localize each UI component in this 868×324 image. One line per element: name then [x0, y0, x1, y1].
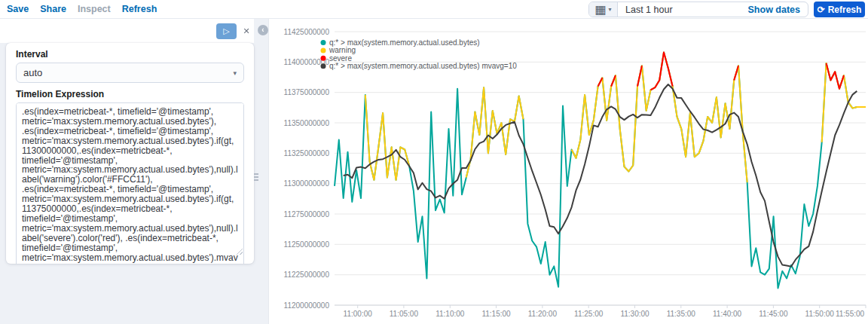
save-button[interactable]: Save — [7, 4, 29, 14]
time-range-label[interactable]: Last 1 hour — [625, 5, 673, 15]
legend-label: q:* > max(system.memory.actual.used.byte… — [329, 62, 517, 70]
refresh-button-label: Refresh — [828, 5, 862, 15]
panel-resize-grip[interactable] — [254, 170, 260, 184]
series-severe — [637, 66, 642, 86]
y-axis-tick-label: 11275000000 — [284, 210, 330, 219]
series-raw — [335, 52, 866, 288]
share-button[interactable]: Share — [40, 4, 66, 14]
close-editor-button[interactable]: ✕ — [240, 25, 252, 37]
timelion-expression-panel: Interval auto ▾ Timelion Expression .es(… — [6, 43, 254, 264]
series-severe — [734, 66, 738, 80]
y-axis-tick-label: 11200000000 — [284, 301, 330, 310]
legend-label: q:* > max(system.memory.actual.used.byte… — [329, 38, 480, 47]
y-axis-tick-label: 11375000000 — [284, 88, 330, 96]
series-warning — [466, 87, 524, 177]
series-severe — [611, 75, 616, 87]
legend-item[interactable]: q:* > max(system.memory.actual.used.byte… — [321, 62, 518, 70]
chevron-down-icon: ▾ — [233, 69, 237, 77]
legend-item[interactable]: q:* > max(system.memory.actual.used.byte… — [321, 38, 480, 47]
legend-swatch — [321, 40, 326, 45]
legend-label: severe — [329, 54, 352, 63]
time-range-picker[interactable]: ▦ ▾ Last 1 hour Show dates — [588, 2, 808, 17]
x-axis-tick-label: 11:10:00 — [436, 310, 465, 318]
expression-label: Timelion Expression — [16, 89, 244, 99]
close-icon: ✕ — [243, 26, 249, 36]
series-warning — [572, 52, 747, 182]
legend-swatch — [321, 56, 326, 61]
interval-select[interactable]: auto ▾ — [16, 63, 244, 83]
series-severe — [598, 78, 603, 86]
chevron-down-icon: ▾ — [609, 6, 612, 13]
play-icon: ▷ — [223, 26, 229, 36]
x-axis-tick-label: 11:40:00 — [713, 310, 742, 318]
x-axis-tick-label: 11:45:00 — [759, 310, 788, 318]
series-warning — [365, 95, 409, 180]
series-severe — [827, 63, 844, 89]
x-axis-tick-label: 11:50:00 — [805, 310, 835, 318]
x-axis-tick-label: 11:35:00 — [667, 310, 696, 318]
refresh-button[interactable]: ⟳ Refresh — [814, 2, 865, 17]
y-axis-tick-label: 11300000000 — [284, 179, 330, 188]
refresh-icon: ⟳ — [818, 5, 825, 14]
series-warning — [822, 63, 866, 142]
x-axis-tick-label: 11:15:00 — [481, 310, 511, 318]
legend-item[interactable]: warning — [321, 46, 356, 54]
collapse-panel-button[interactable]: ‹ — [258, 25, 268, 35]
y-axis-tick-label: 11425000000 — [284, 28, 330, 36]
play-button[interactable]: ▷ — [216, 23, 237, 39]
legend-label: warning — [329, 46, 356, 54]
x-axis-tick-label: 11:25:00 — [574, 310, 604, 318]
legend-swatch — [321, 47, 326, 53]
inspect-button[interactable]: Inspect — [78, 4, 111, 14]
x-axis-tick-label: 11:05:00 — [390, 310, 419, 318]
interval-value: auto — [23, 67, 42, 78]
legend-swatch — [321, 63, 326, 69]
x-axis-tick-label: 11:55:00 — [836, 310, 865, 318]
quick-select-menu-button[interactable]: ▦ ▾ — [589, 2, 618, 17]
show-dates-button[interactable]: Show dates — [748, 5, 800, 15]
timelion-chart[interactable]: 1142500000011400000000113750000001135000… — [269, 19, 868, 324]
y-axis-tick-label: 11325000000 — [284, 149, 330, 157]
series-severe — [651, 52, 673, 90]
y-axis-tick-label: 11350000000 — [284, 119, 330, 127]
x-axis-tick-label: 11:00:00 — [344, 310, 373, 318]
timelion-expression-input[interactable]: .es(index=metricbeat-*, timefield='@time… — [16, 102, 244, 264]
x-axis-tick-label: 11:20:00 — [528, 310, 558, 318]
series-mvavg — [344, 84, 857, 267]
refresh-link[interactable]: Refresh — [122, 4, 157, 14]
top-nav: Save Share Inspect Refresh ▦ ▾ Last 1 ho… — [0, 0, 868, 19]
calendar-icon: ▦ — [594, 2, 606, 17]
chart-panel: 1142500000011400000000113750000001135000… — [268, 19, 868, 324]
y-axis-tick-label: 11250000000 — [284, 240, 330, 249]
y-axis-tick-label: 11225000000 — [284, 271, 330, 279]
x-axis-tick-label: 11:30:00 — [620, 310, 649, 318]
interval-label: Interval — [16, 49, 244, 60]
